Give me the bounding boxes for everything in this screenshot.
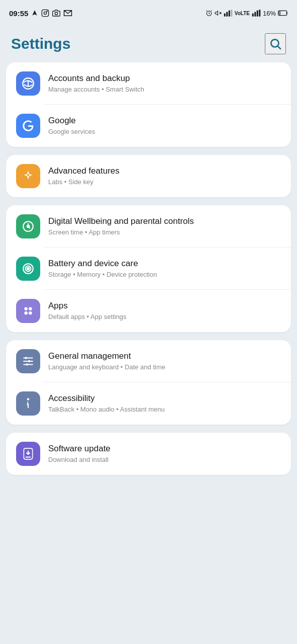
settings-group-2: Advanced features Labs • Side key: [6, 155, 291, 197]
status-bar: 09:55 VoLTE 16%: [0, 0, 297, 24]
advanced-features-subtitle: Labs • Side key: [48, 178, 281, 187]
signal2-icon: [252, 10, 261, 17]
software-update-icon: [16, 442, 40, 466]
svg-rect-12: [254, 12, 256, 17]
general-management-subtitle: Language and keyboard • Date and time: [48, 363, 281, 372]
svg-rect-8: [226, 12, 228, 17]
apps-subtitle: Default apps • App settings: [48, 313, 281, 321]
svg-rect-11: [252, 14, 254, 17]
settings-header: Settings: [0, 24, 297, 62]
svg-point-22: [27, 225, 29, 227]
general-management-title: General management: [48, 351, 281, 362]
search-button[interactable]: [265, 33, 286, 54]
accessibility-text: Accessibility TalkBack • Mono audio • As…: [48, 393, 281, 414]
battery-device-subtitle: Storage • Memory • Device protection: [48, 271, 281, 279]
apps-title: Apps: [48, 300, 281, 311]
svg-point-25: [27, 268, 29, 270]
accessibility-icon: [16, 391, 40, 416]
svg-point-26: [24, 307, 28, 310]
settings-item-google[interactable]: Google Google services: [6, 105, 291, 147]
svg-point-36: [27, 398, 29, 400]
settings-item-accounts-backup[interactable]: Accounts and backup Manage accounts • Sm…: [6, 62, 291, 105]
digital-wellbeing-icon: [16, 214, 40, 238]
svg-rect-9: [229, 11, 230, 17]
navigation-icon: [31, 10, 38, 17]
settings-item-battery-device[interactable]: Battery and device care Storage • Memory…: [6, 248, 291, 290]
accessibility-title: Accessibility: [48, 393, 281, 404]
software-update-subtitle: Download and install: [48, 456, 281, 464]
alarm-icon: [206, 10, 213, 17]
svg-rect-13: [257, 11, 258, 17]
svg-point-29: [29, 311, 32, 315]
general-management-icon: [16, 349, 40, 373]
settings-item-advanced-features[interactable]: Advanced features Labs • Side key: [6, 155, 291, 197]
advanced-features-icon: [16, 164, 40, 188]
page-title: Settings: [11, 35, 70, 52]
settings-group-1: Accounts and backup Manage accounts • Sm…: [6, 62, 291, 147]
apps-icon: [16, 299, 40, 323]
digital-wellbeing-title: Digital Wellbeing and parental controls: [48, 216, 281, 227]
svg-point-27: [29, 307, 32, 310]
google-title: Google: [48, 115, 281, 126]
google-text: Google Google services: [48, 115, 281, 136]
status-right: VoLTE 16%: [206, 10, 288, 17]
advanced-features-text: Advanced features Labs • Side key: [48, 166, 281, 187]
battery-percent: 16%: [263, 10, 276, 17]
battery-device-icon: [16, 257, 40, 281]
svg-point-1: [44, 12, 47, 14]
camera-icon: [52, 9, 60, 17]
digital-wellbeing-subtitle: Screen time • App timers: [48, 228, 281, 237]
svg-point-2: [47, 11, 47, 12]
search-icon: [269, 37, 282, 50]
signal-icon: [224, 10, 233, 17]
battery-icon: [278, 10, 288, 16]
svg-rect-39: [26, 456, 31, 457]
accessibility-subtitle: TalkBack • Mono audio • Assistant menu: [48, 406, 281, 414]
settings-group-3: Digital Wellbeing and parental controls …: [6, 205, 291, 332]
gmail-icon: [63, 10, 72, 17]
svg-rect-14: [259, 10, 260, 17]
software-update-title: Software update: [48, 443, 281, 454]
battery-device-text: Battery and device care Storage • Memory…: [48, 258, 281, 279]
instagram-icon: [41, 9, 49, 17]
google-icon: [16, 114, 40, 138]
digital-wellbeing-text: Digital Wellbeing and parental controls …: [48, 216, 281, 237]
google-subtitle: Google services: [48, 128, 281, 136]
settings-item-software-update[interactable]: Software update Download and install: [6, 433, 291, 475]
svg-point-34: [28, 360, 30, 362]
software-update-text: Software update Download and install: [48, 443, 281, 464]
accounts-backup-subtitle: Manage accounts • Smart Switch: [48, 86, 281, 94]
time-display: 09:55: [9, 9, 28, 18]
svg-rect-0: [42, 10, 49, 16]
battery-device-title: Battery and device care: [48, 258, 281, 269]
svg-point-35: [26, 363, 28, 365]
svg-line-18: [278, 46, 281, 49]
apps-text: Apps Default apps • App settings: [48, 300, 281, 321]
settings-group-4: General management Language and keyboard…: [6, 340, 291, 425]
settings-group-5: Software update Download and install: [6, 433, 291, 475]
settings-item-accessibility[interactable]: Accessibility TalkBack • Mono audio • As…: [6, 382, 291, 425]
advanced-features-title: Advanced features: [48, 166, 281, 177]
svg-point-3: [55, 12, 58, 15]
mute-icon: [215, 10, 222, 17]
accounts-backup-title: Accounts and backup: [48, 73, 281, 84]
accounts-icon: [16, 71, 40, 96]
svg-point-20: [27, 174, 29, 176]
svg-point-33: [25, 357, 27, 359]
settings-item-general-management[interactable]: General management Language and keyboard…: [6, 340, 291, 382]
svg-rect-7: [224, 14, 226, 17]
accounts-backup-text: Accounts and backup Manage accounts • Sm…: [48, 73, 281, 94]
status-left: 09:55: [9, 9, 72, 18]
volte-text: VoLTE: [235, 11, 250, 16]
svg-point-28: [24, 311, 28, 315]
settings-item-digital-wellbeing[interactable]: Digital Wellbeing and parental controls …: [6, 205, 291, 248]
svg-point-17: [271, 39, 278, 47]
svg-rect-10: [231, 10, 232, 17]
settings-item-apps[interactable]: Apps Default apps • App settings: [6, 290, 291, 332]
general-management-text: General management Language and keyboard…: [48, 351, 281, 372]
svg-rect-16: [279, 12, 280, 15]
